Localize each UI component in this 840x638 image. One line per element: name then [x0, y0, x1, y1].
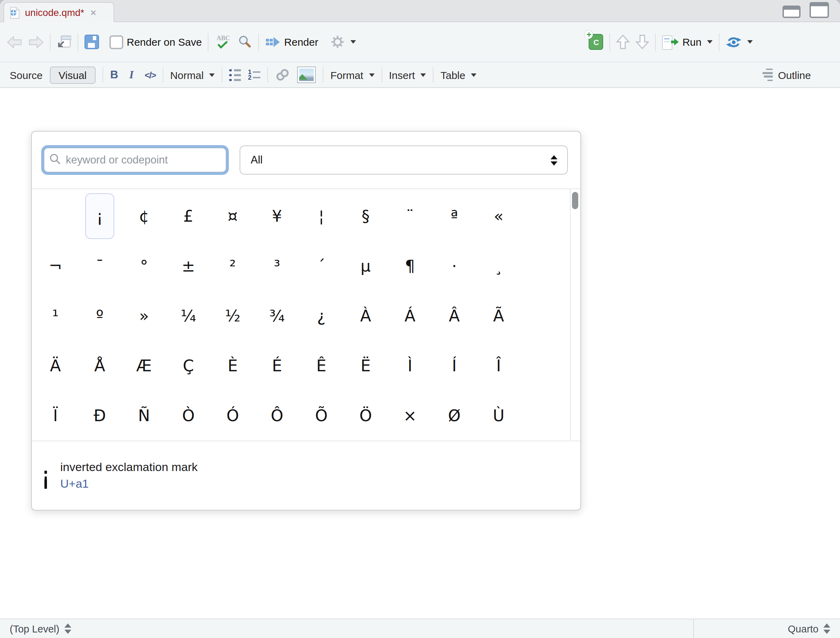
character-cell[interactable]: È: [210, 341, 255, 391]
character-cell[interactable]: µ: [343, 241, 388, 291]
table-menu[interactable]: Table: [441, 69, 477, 81]
render-on-save-toggle[interactable]: Render on Save: [109, 35, 202, 49]
character-cell[interactable]: ¡: [77, 191, 122, 241]
outline-location-selector[interactable]: (Top Level): [0, 623, 71, 634]
render-options-button[interactable]: [330, 35, 355, 49]
run-button[interactable]: Run: [662, 34, 712, 49]
symbol-grid-region: ¡¢£¤¥¦§¨ª«¬¯°±²³´µ¶·¸¹º»¼½¾¿ÀÁÂÃÄÅÆÇÈÉÊË…: [32, 188, 580, 441]
character-cell[interactable]: ¢: [122, 191, 166, 241]
minimize-pane-icon[interactable]: [783, 8, 801, 18]
spellcheck-icon[interactable]: ABC: [215, 35, 232, 49]
character-cell[interactable]: ¹: [33, 291, 77, 341]
character-cell[interactable]: Ë: [343, 341, 388, 391]
character-cell[interactable]: Ã: [477, 291, 521, 341]
character-cell[interactable]: ¦: [299, 191, 343, 241]
character-cell[interactable]: ¿: [299, 291, 343, 341]
character-cell[interactable]: Æ: [122, 341, 166, 391]
find-replace-icon[interactable]: [238, 35, 253, 49]
character-cell[interactable]: ¼: [166, 291, 210, 341]
symbol-search-input[interactable]: [44, 148, 226, 172]
save-icon[interactable]: [84, 35, 99, 49]
source-mode-button[interactable]: Source: [10, 69, 43, 81]
tab-unicode-qmd[interactable]: unicode.qmd* ×: [3, 2, 114, 22]
character-cell[interactable]: Ó: [210, 391, 255, 441]
gear-icon: [330, 35, 344, 49]
character-cell[interactable]: ¤: [210, 191, 255, 241]
character-cell[interactable]: ¸: [477, 241, 521, 291]
character-cell[interactable]: Â: [432, 291, 477, 341]
bulleted-list-icon[interactable]: [229, 68, 241, 82]
symbol-category-select[interactable]: All: [240, 145, 568, 175]
image-icon[interactable]: [297, 66, 316, 83]
visual-mode-button[interactable]: Visual: [49, 66, 96, 84]
character-cell[interactable]: [33, 191, 77, 241]
render-button[interactable]: Render: [265, 36, 318, 48]
back-icon[interactable]: [7, 36, 22, 48]
character-cell[interactable]: ¶: [388, 241, 432, 291]
character-cell[interactable]: ¥: [255, 191, 299, 241]
character-cell[interactable]: ½: [210, 291, 255, 341]
bold-button[interactable]: B: [110, 69, 118, 81]
maximize-pane-icon[interactable]: [810, 2, 829, 18]
character-cell[interactable]: Ð: [77, 391, 122, 441]
character-cell[interactable]: ·: [432, 241, 477, 291]
character-cell[interactable]: ±: [166, 241, 210, 291]
character-cell[interactable]: Ô: [255, 391, 299, 441]
render-on-save-checkbox[interactable]: [109, 35, 123, 49]
character-cell[interactable]: É: [255, 341, 299, 391]
character-cell[interactable]: Ç: [166, 341, 210, 391]
character-cell[interactable]: ³: [255, 241, 299, 291]
character-cell[interactable]: ¾: [255, 291, 299, 341]
paragraph-style-dropdown[interactable]: Normal: [170, 69, 215, 81]
character-cell[interactable]: º: [77, 291, 122, 341]
scrollbar-thumb[interactable]: [572, 192, 578, 209]
go-next-section-icon[interactable]: [636, 35, 649, 49]
character-cell[interactable]: Ö: [343, 391, 388, 441]
character-cell[interactable]: °: [122, 241, 166, 291]
italic-button[interactable]: I: [129, 69, 133, 81]
go-previous-section-icon[interactable]: [617, 35, 630, 49]
character-cell[interactable]: Ù: [477, 391, 521, 441]
dropdown-caret-icon: [369, 73, 374, 77]
character-cell[interactable]: À: [343, 291, 388, 341]
outline-toggle[interactable]: Outline: [763, 68, 811, 82]
document-format-selector[interactable]: Quarto: [693, 619, 840, 638]
character-cell[interactable]: Ï: [33, 391, 77, 441]
character-cell[interactable]: ¬: [33, 241, 77, 291]
insert-menu[interactable]: Insert: [389, 69, 426, 81]
character-cell[interactable]: Ê: [299, 341, 343, 391]
character-cell[interactable]: «: [477, 191, 521, 241]
character-cell[interactable]: Õ: [299, 391, 343, 441]
code-button[interactable]: </>: [145, 69, 156, 80]
character-cell[interactable]: ª: [432, 191, 477, 241]
close-icon[interactable]: ×: [90, 7, 96, 18]
forward-icon[interactable]: [28, 36, 44, 48]
character-cell[interactable]: £: [166, 191, 210, 241]
character-cell[interactable]: Å: [77, 341, 122, 391]
editor-canvas[interactable]: All ¡¢£¤¥¦§¨ª«¬¯°±²³´µ¶·¸¹º»¼½¾¿ÀÁÂÃÄÅÆÇ…: [0, 88, 840, 619]
character-cell[interactable]: Ä: [33, 341, 77, 391]
numbered-list-icon[interactable]: 12: [248, 69, 261, 81]
rerun-button[interactable]: [726, 35, 753, 49]
character-cell[interactable]: ²: [210, 241, 255, 291]
insert-chunk-icon[interactable]: C: [589, 34, 603, 50]
format-arrows-icon: [823, 624, 830, 634]
character-cell[interactable]: Í: [432, 341, 477, 391]
character-cell[interactable]: ¯: [77, 241, 122, 291]
character-cell[interactable]: Î: [477, 341, 521, 391]
character-cell[interactable]: Ø: [432, 391, 477, 441]
character-cell[interactable]: §: [343, 191, 388, 241]
character-cell[interactable]: Á: [388, 291, 432, 341]
scrollbar-track[interactable]: [570, 189, 571, 441]
character-cell[interactable]: Ñ: [122, 391, 166, 441]
character-cell[interactable]: ×: [388, 391, 432, 441]
link-icon[interactable]: [275, 68, 290, 82]
character-cell[interactable]: Ì: [388, 341, 432, 391]
dropdown-caret-icon: [747, 40, 753, 44]
character-cell[interactable]: »: [122, 291, 166, 341]
open-in-new-window-icon[interactable]: [57, 35, 71, 49]
format-menu[interactable]: Format: [330, 69, 374, 81]
character-cell[interactable]: ¨: [388, 191, 432, 241]
character-cell[interactable]: Ò: [166, 391, 210, 441]
character-cell[interactable]: ´: [299, 241, 343, 291]
